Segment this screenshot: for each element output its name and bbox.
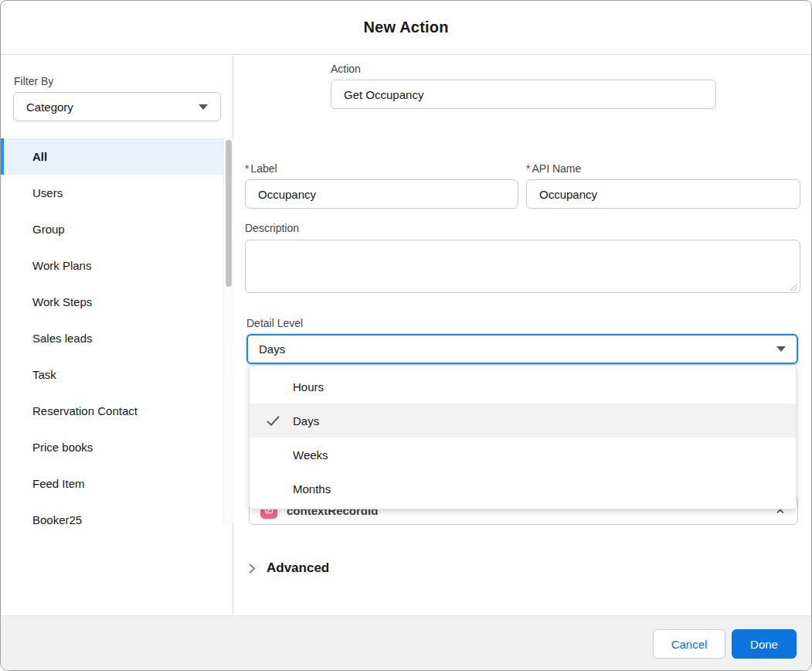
sidebar-item-sales-leads[interactable]: Sales leads [1,320,223,356]
sidebar-item-work-plans[interactable]: Work Plans [1,247,223,284]
sidebar-item-label: Users [32,186,63,199]
sidebar-item-booker25[interactable]: Booker25 [1,502,223,538]
sidebar-item-label: Sales leads [32,332,93,345]
filter-by-label: Filter By [14,75,53,87]
done-button[interactable]: Done [732,629,797,659]
sidebar-item-label: Feed Item [32,477,85,490]
option-hours[interactable]: Hours [250,370,796,404]
sidebar-item-users[interactable]: Users [1,175,223,211]
sidebar-item-work-steps[interactable]: Work Steps [1,284,223,320]
sidebar-item-label: Task [32,368,56,381]
sidebar-item-label: Price books [32,441,93,454]
chevron-right-icon [246,563,258,574]
modal-footer: Cancel Done [1,615,811,671]
option-label: Months [293,482,331,496]
sidebar-item-label: All [32,150,47,163]
sidebar-item-label: Work Steps [32,295,92,308]
sidebar-item-label: Work Plans [32,259,91,272]
option-months[interactable]: Months [250,472,796,506]
api-name-input[interactable] [526,179,800,209]
sidebar-item-label: Reservation Contact [32,404,138,417]
sidebar-item-group[interactable]: Group [1,211,223,247]
sidebar-item-label: Group [32,223,65,236]
detail-level-label: Detail Level [246,317,303,329]
required-asterisk: * [526,162,530,175]
action-form: Action *Label *API Name Description Deta… [234,56,812,615]
sidebar-item-reservation-contact[interactable]: Reservation Contact [1,393,223,429]
advanced-section-toggle[interactable]: Advanced [246,560,329,576]
api-name-label: *API Name [526,162,581,175]
sidebar-item-label: Booker25 [32,513,82,526]
sidebar-item-task[interactable]: Task [1,356,223,393]
chevron-down-icon [199,104,208,110]
resize-handle-icon[interactable] [789,282,798,291]
description-textarea[interactable] [245,240,800,293]
category-list: All Users Group Work Plans Work Steps Sa… [1,138,223,538]
option-days[interactable]: Days [250,404,796,438]
detail-level-dropdown[interactable]: Days [246,334,798,364]
action-input[interactable] [331,80,716,109]
action-label: Action [331,63,361,75]
cancel-button[interactable]: Cancel [653,629,725,659]
detail-level-value: Days [259,342,285,356]
sidebar-scrollbar[interactable] [223,138,233,523]
category-dropdown[interactable]: Category [13,92,221,121]
description-label: Description [245,222,299,234]
sidebar-item-feed-item[interactable]: Feed Item [1,465,223,502]
sidebar-scrollbar-thumb[interactable] [226,140,232,287]
option-weeks[interactable]: Weeks [250,438,796,472]
sidebar-item-price-books[interactable]: Price books [1,429,223,465]
new-action-modal: New Action Filter By Category All Users … [0,0,812,671]
category-dropdown-value: Category [26,100,73,114]
chevron-down-icon [776,346,786,352]
modal-header: New Action [1,1,811,55]
page-title: New Action [363,19,448,36]
detail-level-options-panel: Hours Days Weeks Months [249,365,797,509]
label-input[interactable] [245,179,518,209]
option-label: Days [293,414,319,427]
sidebar-item-all[interactable]: All [1,138,223,175]
category-sidebar: Filter By Category All Users Group Work … [1,56,233,615]
required-asterisk: * [245,162,249,175]
label-field-label: *Label [245,162,277,175]
check-icon [265,413,281,429]
option-label: Hours [293,380,324,393]
selected-indicator-bar [1,138,4,175]
advanced-label: Advanced [267,560,329,576]
option-label: Weeks [293,448,328,462]
